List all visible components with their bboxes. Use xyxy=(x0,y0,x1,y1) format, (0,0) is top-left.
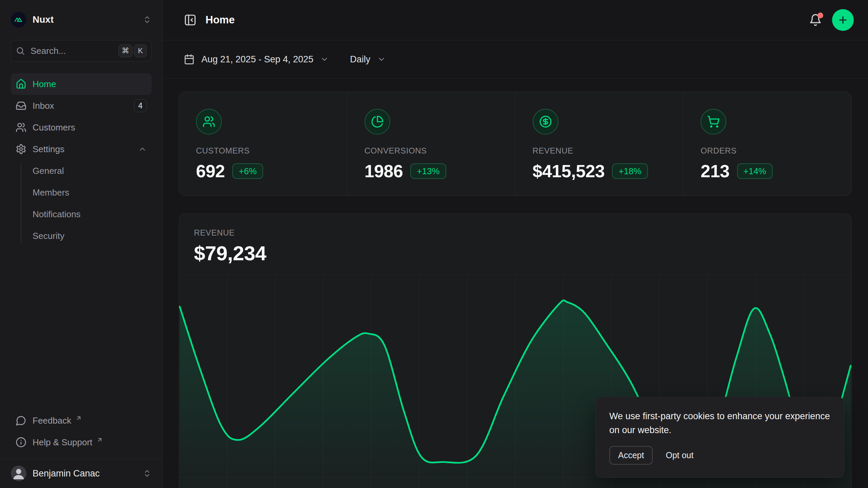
sidebar-item-inbox[interactable]: Inbox 4 xyxy=(11,95,152,117)
stat-label: CUSTOMERS xyxy=(196,146,347,156)
search-placeholder: Search... xyxy=(31,46,113,56)
info-circle-icon xyxy=(16,437,26,448)
search-shortcut: ⌘ K xyxy=(118,44,147,57)
filter-toolbar: Aug 21, 2025 - Sep 4, 2025 Daily xyxy=(163,40,868,79)
cookie-message: We use first-party cookies to enhance yo… xyxy=(609,409,830,437)
stat-delta-badge: +18% xyxy=(612,163,648,179)
stat-value: 1986 xyxy=(364,161,403,181)
stat-value: 692 xyxy=(196,161,225,181)
notifications-button[interactable] xyxy=(809,14,822,26)
search-input[interactable]: Search... ⌘ K xyxy=(11,40,152,62)
stats-row: CUSTOMERS 692 +6% CONVERSIONS 1986 +13% xyxy=(179,92,852,196)
cookie-actions: Accept Opt out xyxy=(609,446,830,465)
chevrons-up-down-icon xyxy=(143,15,152,24)
date-range-picker[interactable]: Aug 21, 2025 - Sep 4, 2025 xyxy=(184,54,329,65)
chart-pie-icon xyxy=(364,109,390,135)
sidebar-footer: Feedback Help & Support xyxy=(11,410,152,459)
sidebar-item-help-support[interactable]: Help & Support xyxy=(11,431,152,453)
sidebar-item-general[interactable]: General xyxy=(11,160,152,182)
sidebar-item-customers[interactable]: Customers xyxy=(11,117,152,138)
external-link-icon xyxy=(96,436,103,443)
sidebar-item-label: Help & Support xyxy=(33,437,92,448)
message-bubble-icon xyxy=(16,415,26,426)
add-button[interactable] xyxy=(832,9,854,31)
sidebar-item-label: Settings xyxy=(33,144,64,155)
panel-left-icon xyxy=(184,14,197,26)
stat-card-conversions: CONVERSIONS 1986 +13% xyxy=(347,92,515,196)
sidebar-item-settings[interactable]: Settings xyxy=(11,138,152,160)
stat-delta-badge: +14% xyxy=(737,163,773,179)
sidebar-item-label: Inbox xyxy=(33,101,54,111)
avatar xyxy=(11,466,26,481)
user-menu[interactable]: Benjamin Canac xyxy=(0,459,162,488)
stat-label: ORDERS xyxy=(701,146,851,156)
cookie-banner: We use first-party cookies to enhance yo… xyxy=(595,397,844,478)
circle-dollar-icon xyxy=(533,109,558,135)
sidebar-item-members[interactable]: Members xyxy=(11,182,152,203)
gear-icon xyxy=(16,144,26,155)
stat-value: 213 xyxy=(701,161,729,181)
stat-value: $415,523 xyxy=(533,161,605,181)
users-icon xyxy=(196,109,222,135)
sidebar-item-label: Customers xyxy=(33,122,75,133)
kbd-k: K xyxy=(134,44,147,57)
workspace-name: Nuxt xyxy=(33,14,54,25)
sidebar-item-home[interactable]: Home xyxy=(11,73,152,95)
notification-dot xyxy=(817,13,823,18)
settings-sub-list: General Members Notifications Security xyxy=(11,160,152,247)
chevrons-up-down-icon xyxy=(143,469,152,478)
inbox-count-badge: 4 xyxy=(134,99,147,112)
sidebar-item-notifications[interactable]: Notifications xyxy=(11,203,152,225)
chevron-down-icon xyxy=(320,55,329,64)
stat-delta-badge: +6% xyxy=(232,163,263,179)
stat-card-customers: CUSTOMERS 692 +6% xyxy=(179,92,347,196)
nuxt-logo-icon xyxy=(11,12,26,27)
period-select[interactable]: Daily xyxy=(350,54,386,65)
stat-delta-badge: +13% xyxy=(410,163,446,179)
shopping-cart-icon xyxy=(701,109,726,135)
revenue-chart-header: REVENUE $79,234 xyxy=(179,214,851,274)
external-link-icon xyxy=(75,415,82,422)
chevron-down-icon xyxy=(377,55,386,64)
sidebar-item-label: Feedback xyxy=(33,415,71,426)
page-header: Home xyxy=(163,0,868,40)
sidebar-item-label: Home xyxy=(33,79,56,89)
calendar-icon xyxy=(184,54,195,65)
user-name: Benjamin Canac xyxy=(33,468,100,479)
sidebar: Nuxt Search... ⌘ K Home xyxy=(0,0,163,488)
inbox-icon xyxy=(16,100,26,111)
users-icon xyxy=(16,122,26,133)
stat-card-revenue: REVENUE $415,523 +18% xyxy=(515,92,684,196)
stat-card-orders: ORDERS 213 +14% xyxy=(683,92,851,196)
collapse-sidebar-button[interactable] xyxy=(184,14,197,26)
header-actions xyxy=(809,9,854,31)
home-icon xyxy=(16,79,26,89)
revenue-chart-label: REVENUE xyxy=(194,228,836,238)
period-value: Daily xyxy=(350,54,370,65)
sidebar-nav: Home Inbox 4 Customers Settings xyxy=(11,73,152,247)
kbd-cmd: ⌘ xyxy=(118,44,133,57)
date-range-value: Aug 21, 2025 - Sep 4, 2025 xyxy=(201,54,313,65)
page-title: Home xyxy=(205,14,235,26)
sidebar-item-feedback[interactable]: Feedback xyxy=(11,410,152,431)
stat-label: CONVERSIONS xyxy=(364,146,515,156)
stat-label: REVENUE xyxy=(533,146,684,156)
workspace-selector[interactable]: Nuxt xyxy=(11,9,152,30)
revenue-chart-value: $79,234 xyxy=(194,242,836,265)
cookie-optout-button[interactable]: Opt out xyxy=(666,450,693,460)
chevron-up-icon xyxy=(138,145,147,154)
cookie-accept-button[interactable]: Accept xyxy=(609,446,653,465)
plus-icon xyxy=(837,15,848,25)
sidebar-item-security[interactable]: Security xyxy=(11,225,152,247)
search-icon xyxy=(16,46,25,56)
